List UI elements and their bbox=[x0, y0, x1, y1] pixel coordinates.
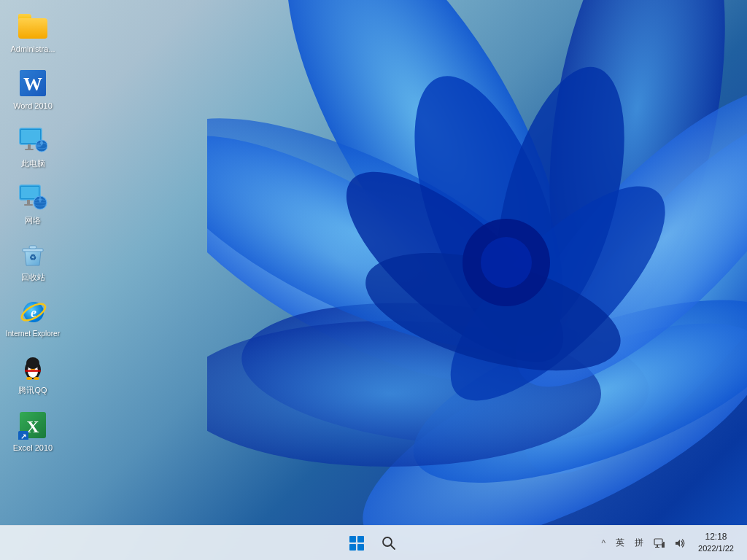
svg-line-55 bbox=[391, 545, 395, 549]
word-icon: W bbox=[18, 69, 47, 98]
svg-rect-22 bbox=[28, 144, 31, 149]
this-pc-icon[interactable]: 此电脑 bbox=[4, 122, 62, 173]
svg-rect-56 bbox=[654, 539, 662, 545]
language-label: 英 bbox=[616, 537, 624, 549]
start-button[interactable] bbox=[342, 529, 371, 558]
network-icon[interactable]: 网络 bbox=[4, 179, 62, 230]
taskbar: ^ 英 拼 bbox=[0, 525, 747, 560]
taskbar-center bbox=[342, 529, 403, 558]
svg-point-47 bbox=[34, 377, 39, 380]
internet-explorer-icon[interactable]: e Internet Explorer bbox=[4, 292, 62, 343]
show-hidden-icons-button[interactable]: ^ bbox=[599, 535, 608, 551]
desktop-icons-container: Administra... W Word 2010 bbox=[0, 0, 66, 464]
word-2010-icon[interactable]: W Word 2010 bbox=[4, 64, 62, 115]
tray-display-icon[interactable] bbox=[651, 534, 667, 552]
qq-icon-img bbox=[18, 353, 47, 382]
administrator-folder-icon[interactable]: Administra... bbox=[4, 7, 62, 58]
clock[interactable]: 12:18 2022/1/22 bbox=[694, 529, 738, 556]
clock-time: 12:18 bbox=[705, 531, 727, 543]
display-icon bbox=[654, 537, 665, 549]
excel-icon-img: X ↗ bbox=[18, 411, 47, 440]
svg-rect-28 bbox=[27, 200, 30, 204]
chevron-up-icon: ^ bbox=[601, 538, 605, 548]
svg-rect-21 bbox=[21, 130, 40, 143]
monitor-icon bbox=[18, 126, 47, 155]
recycle-bin-label: 回收站 bbox=[21, 272, 45, 282]
svg-point-46 bbox=[26, 377, 32, 380]
svg-point-16 bbox=[481, 237, 532, 288]
ie-label: Internet Explorer bbox=[6, 329, 60, 338]
input-mode-indicator[interactable]: 拼 bbox=[632, 534, 646, 552]
network-icon-img bbox=[18, 183, 47, 212]
svg-rect-33 bbox=[23, 249, 43, 252]
administrator-folder-label: Administra... bbox=[10, 44, 55, 54]
volume-icon bbox=[674, 537, 686, 549]
svg-text:↗: ↗ bbox=[20, 432, 26, 440]
svg-rect-34 bbox=[29, 246, 36, 249]
svg-point-54 bbox=[383, 537, 392, 546]
ie-icon-img: e bbox=[18, 297, 47, 326]
svg-text:X: X bbox=[26, 417, 39, 436]
svg-rect-58 bbox=[655, 547, 659, 548]
folder-icon bbox=[18, 12, 47, 41]
clock-date: 2022/1/22 bbox=[698, 543, 734, 554]
word-2010-label: Word 2010 bbox=[13, 101, 53, 111]
tencent-qq-icon[interactable]: 腾讯QQ bbox=[4, 349, 62, 400]
tray-volume-icon[interactable] bbox=[672, 534, 688, 552]
svg-rect-59 bbox=[663, 542, 665, 548]
excel-2010-label: Excel 2010 bbox=[13, 443, 53, 453]
excel-2010-icon[interactable]: X ↗ Excel 2010 bbox=[4, 406, 62, 457]
svg-rect-23 bbox=[25, 149, 34, 150]
recycle-bin-icon-img: ♻ bbox=[18, 240, 47, 269]
desktop: Administra... W Word 2010 bbox=[0, 0, 747, 560]
this-pc-label: 此电脑 bbox=[21, 158, 45, 168]
recycle-bin-icon[interactable]: ♻ 回收站 bbox=[4, 236, 62, 287]
svg-rect-60 bbox=[662, 543, 663, 548]
svg-rect-49 bbox=[25, 370, 41, 372]
tray-icons bbox=[651, 534, 688, 552]
taskbar-right: ^ 英 拼 bbox=[599, 529, 747, 556]
svg-text:W: W bbox=[23, 74, 42, 95]
language-indicator[interactable]: 英 bbox=[614, 534, 627, 552]
windows-logo bbox=[349, 536, 364, 551]
search-icon bbox=[382, 536, 396, 551]
network-label: 网络 bbox=[25, 215, 41, 225]
qq-label: 腾讯QQ bbox=[18, 385, 47, 395]
svg-rect-27 bbox=[21, 187, 39, 198]
svg-rect-29 bbox=[24, 204, 33, 206]
svg-text:♻: ♻ bbox=[29, 253, 36, 262]
input-mode-label: 拼 bbox=[635, 537, 643, 549]
svg-point-48 bbox=[26, 357, 39, 369]
wallpaper bbox=[207, 0, 747, 560]
search-button[interactable] bbox=[374, 529, 403, 558]
svg-rect-57 bbox=[657, 545, 658, 547]
